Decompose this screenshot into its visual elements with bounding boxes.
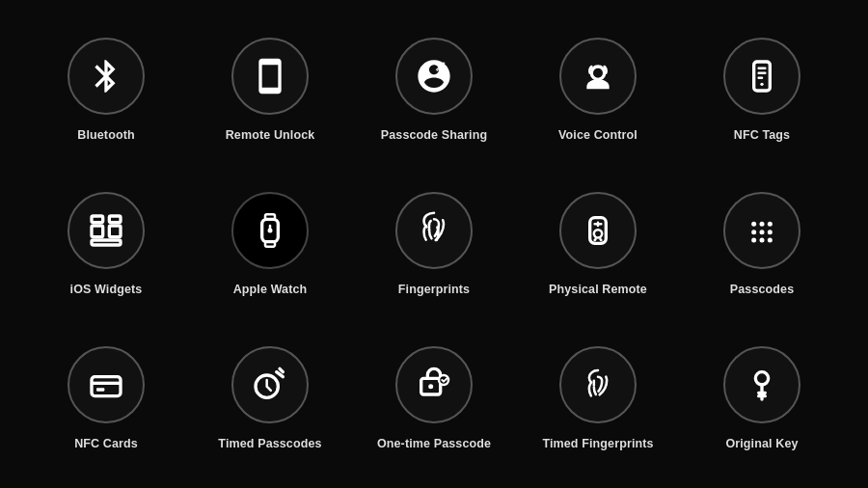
item-timed-passcodes[interactable]: Timed Passcodes [193,326,347,471]
icon-bluetooth [68,38,145,115]
item-voice-control[interactable]: Voice Control [521,17,675,162]
label-bluetooth: Bluetooth [77,128,134,142]
label-timed-passcodes: Timed Passcodes [218,437,321,450]
svg-rect-7 [92,240,121,245]
svg-point-27 [428,384,433,389]
svg-rect-10 [265,242,275,247]
icon-remote-unlock [231,38,309,115]
icon-timed-fingerprints [559,346,637,423]
svg-point-18 [760,230,765,234]
svg-rect-5 [92,216,103,223]
icon-voice-control [559,38,637,115]
item-nfc-tags[interactable]: NFC Tags [685,17,839,162]
item-passcodes[interactable]: Passcodes [685,172,839,316]
svg-point-20 [751,238,756,243]
svg-point-22 [768,238,773,243]
label-one-time-passcode: One-time Passcode [377,437,491,450]
icon-physical-remote [559,192,637,269]
svg-point-19 [768,230,773,234]
svg-rect-23 [92,377,121,396]
label-physical-remote: Physical Remote [549,283,647,296]
svg-rect-3 [92,226,103,237]
svg-point-29 [755,372,768,385]
svg-rect-1 [754,62,771,91]
item-original-key[interactable]: Original Key [685,326,839,471]
icon-nfc-cards [68,346,145,423]
icon-one-time-passcode [395,346,473,423]
label-timed-fingerprints: Timed Fingerprints [542,437,653,450]
label-passcode-sharing: Passcode Sharing [381,128,487,142]
item-nfc-cards[interactable]: NFC Cards [29,326,183,471]
label-fingerprints: Fingerprints [398,283,470,296]
icon-timed-passcodes [231,346,309,423]
svg-point-0 [591,67,604,79]
svg-point-13 [594,230,602,237]
svg-rect-6 [109,216,121,223]
label-passcodes: Passcodes [730,283,794,296]
item-physical-remote[interactable]: Physical Remote [521,172,675,316]
icon-ios-widgets [68,192,145,269]
svg-point-16 [768,222,773,227]
icon-apple-watch [231,192,309,269]
svg-point-14 [751,222,756,227]
item-ios-widgets[interactable]: iOS Widgets [29,172,183,316]
label-original-key: Original Key [725,437,798,450]
label-nfc-cards: NFC Cards [74,437,138,450]
icon-nfc-tags [723,38,800,115]
item-remote-unlock[interactable]: Remote Unlock [193,17,347,162]
svg-point-21 [760,238,765,243]
item-one-time-passcode[interactable]: One-time Passcode [357,326,511,471]
svg-rect-24 [96,388,104,391]
label-ios-widgets: iOS Widgets [70,283,143,296]
icon-passcode-sharing [395,38,473,115]
item-passcode-sharing[interactable]: Passcode Sharing [357,17,511,162]
label-voice-control: Voice Control [558,128,637,142]
item-apple-watch[interactable]: Apple Watch [193,172,347,316]
item-fingerprints[interactable]: Fingerprints [357,172,511,316]
svg-point-2 [760,83,763,86]
svg-rect-4 [109,226,121,237]
label-nfc-tags: NFC Tags [734,128,790,142]
item-bluetooth[interactable]: Bluetooth [29,17,183,162]
icon-fingerprints [395,192,473,269]
label-apple-watch: Apple Watch [233,283,308,296]
svg-point-17 [751,230,756,234]
item-timed-fingerprints[interactable]: Timed Fingerprints [521,326,675,471]
icon-grid: Bluetooth Remote Unlock Passcode Sharing… [10,8,858,480]
label-remote-unlock: Remote Unlock [226,128,315,142]
svg-point-28 [439,375,448,385]
svg-point-15 [760,222,765,227]
icon-original-key [723,346,800,423]
icon-passcodes [723,192,800,269]
svg-rect-9 [265,214,275,219]
